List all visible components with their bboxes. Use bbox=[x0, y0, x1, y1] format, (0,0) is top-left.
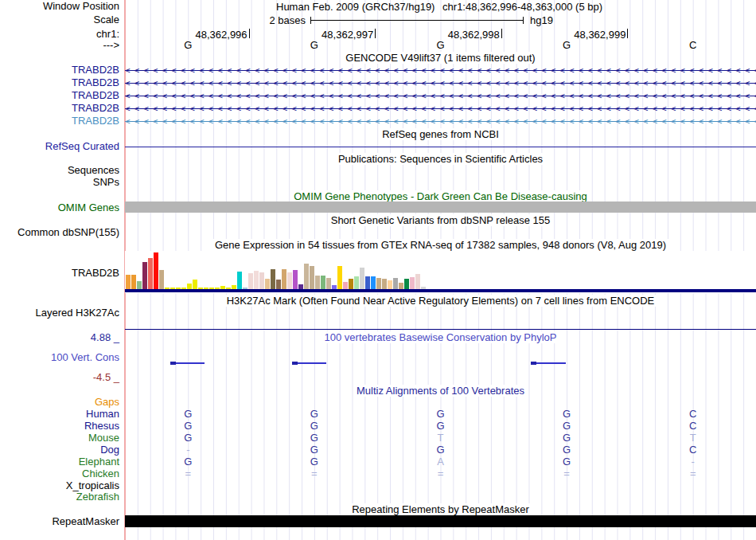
gtex-tissue-bar[interactable] bbox=[376, 278, 381, 289]
publications-track-title[interactable]: Publications: Sequences in Scientific Ar… bbox=[125, 154, 756, 165]
gtex-tissue-bar[interactable] bbox=[343, 282, 348, 289]
layered-h3k27ac-label[interactable]: Layered H3K27Ac bbox=[0, 307, 119, 319]
dbsnp-track-title[interactable]: Short Genetic Variants from dbSNP releas… bbox=[125, 215, 756, 226]
gencode-gene-item[interactable]: <<<<<<<<<<<<<<<<<<<<<<<<<<<<<<<<<<<<<<<<… bbox=[125, 103, 756, 115]
gtex-tissue-bar[interactable] bbox=[126, 275, 131, 289]
gtex-tissue-bar[interactable] bbox=[248, 273, 253, 289]
multiz-species-label[interactable]: Mouse bbox=[0, 432, 119, 444]
repeatmasker-track-title[interactable]: Repeating Elements by RepeatMasker bbox=[125, 504, 756, 515]
gtex-tissue-bar[interactable] bbox=[237, 272, 242, 289]
gtex-tissue-bar[interactable] bbox=[293, 270, 298, 289]
multiz-species-label[interactable]: Elephant bbox=[0, 456, 119, 468]
gtex-tissue-bar[interactable] bbox=[131, 275, 136, 289]
gencode-gene-item[interactable]: <<<<<<<<<<<<<<<<<<<<<<<<<<<<<<<<<<<<<<<<… bbox=[125, 77, 756, 89]
sequences-label[interactable]: Sequences bbox=[0, 165, 119, 176]
multiz-aligned-base: G bbox=[184, 409, 192, 420]
h3k27ac-track-title[interactable]: H3K27Ac Mark (Often Found Near Active Re… bbox=[125, 295, 756, 307]
multiz-aligned-base: = bbox=[563, 468, 570, 479]
gtex-tissue-bar[interactable] bbox=[410, 277, 415, 289]
vert-cons-label[interactable]: 100 Vert. Cons bbox=[0, 352, 119, 363]
gtex-tissue-bar[interactable] bbox=[360, 268, 364, 289]
multiz-aligned-base: C bbox=[689, 421, 696, 432]
gtex-tissue-bar[interactable] bbox=[159, 270, 164, 289]
multiz-track-title[interactable]: Multiz Alignments of 100 Vertebrates bbox=[125, 385, 756, 397]
refseq-curated-label[interactable]: RefSeq Curated bbox=[0, 141, 119, 152]
gtex-tissue-bar[interactable] bbox=[193, 280, 197, 289]
gene-direction-arrows: <<<<<<<<<<<<<<<<<<<<<<<<<<<<<<<<<<<<<<<<… bbox=[125, 103, 756, 115]
gtex-tissue-bar[interactable] bbox=[137, 281, 142, 289]
gtex-tissue-bar[interactable] bbox=[404, 279, 409, 289]
scale-bar-left-tick bbox=[310, 17, 311, 24]
phylop-track-title[interactable]: 100 vertebrates Basewise Conservation by… bbox=[125, 332, 756, 343]
gencode-gene-item[interactable]: <<<<<<<<<<<<<<<<<<<<<<<<<<<<<<<<<<<<<<<<… bbox=[125, 115, 756, 127]
gencode-gene-label[interactable]: TRABD2B bbox=[0, 77, 119, 88]
gtex-tissue-bar[interactable] bbox=[337, 266, 342, 289]
gencode-gene-item[interactable]: <<<<<<<<<<<<<<<<<<<<<<<<<<<<<<<<<<<<<<<<… bbox=[125, 65, 756, 76]
gtex-track-title[interactable]: Gene Expression in 54 tissues from GTEx … bbox=[125, 240, 756, 251]
gencode-gene-label[interactable]: TRABD2B bbox=[0, 90, 119, 101]
gtex-tissue-bar[interactable] bbox=[382, 279, 387, 289]
multiz-species-label[interactable]: Chicken bbox=[0, 468, 119, 479]
gtex-tissue-bar[interactable] bbox=[349, 279, 353, 289]
gtex-tissue-bar[interactable] bbox=[287, 272, 292, 289]
gtex-tissue-bar[interactable] bbox=[187, 284, 192, 289]
omim-genes-label[interactable]: OMIM Genes bbox=[0, 202, 119, 213]
multiz-species-label[interactable]: X_tropicalis bbox=[0, 480, 119, 491]
repeatmasker-bar[interactable] bbox=[125, 515, 756, 527]
multiz-aligned-base: G bbox=[310, 421, 318, 432]
gene-direction-arrows: <<<<<<<<<<<<<<<<<<<<<<<<<<<<<<<<<<<<<<<<… bbox=[125, 77, 756, 89]
gtex-tissue-bar[interactable] bbox=[315, 276, 320, 289]
snps-label[interactable]: SNPs bbox=[0, 177, 119, 188]
gtex-tissue-bar[interactable] bbox=[415, 274, 420, 289]
coordinate-value: 48,362,996 bbox=[152, 29, 247, 41]
chrom-label: chr1: bbox=[0, 29, 119, 40]
omim-gene-bar[interactable] bbox=[125, 202, 756, 213]
multiz-species-label[interactable]: Human bbox=[0, 409, 119, 420]
refseq-track-title[interactable]: RefSeq genes from NCBI bbox=[125, 129, 756, 140]
gtex-tissue-bar[interactable] bbox=[282, 269, 286, 289]
multiz-species-label[interactable]: Rhesus bbox=[0, 421, 119, 432]
phylop-segment[interactable] bbox=[292, 362, 326, 364]
gtex-tissue-bar[interactable] bbox=[154, 252, 158, 289]
multiz-aligned-base: G bbox=[563, 432, 571, 444]
gencode-track-title[interactable]: GENCODE V49lift37 (1 items filtered out) bbox=[125, 53, 756, 64]
refseq-curated-item[interactable] bbox=[125, 147, 756, 147]
multiz-aligned-base: G bbox=[184, 432, 192, 444]
gtex-gene-label[interactable]: TRABD2B bbox=[0, 268, 119, 279]
multiz-species-label[interactable]: Gaps bbox=[0, 397, 119, 408]
gtex-tissue-bar[interactable] bbox=[399, 283, 403, 289]
multiz-aligned-base: = bbox=[438, 468, 444, 479]
gtex-tissue-bar[interactable] bbox=[326, 278, 331, 289]
multiz-species-label[interactable]: Dog bbox=[0, 444, 119, 456]
gtex-tissue-bar[interactable] bbox=[142, 262, 147, 289]
gtex-tissue-bar[interactable] bbox=[265, 279, 270, 289]
repeatmasker-label[interactable]: RepeatMasker bbox=[0, 516, 119, 527]
multiz-species-label[interactable]: Zebrafish bbox=[0, 491, 119, 503]
coordinate-value: 48,362,997 bbox=[278, 29, 373, 41]
gene-direction-arrows: <<<<<<<<<<<<<<<<<<<<<<<<<<<<<<<<<<<<<<<<… bbox=[125, 65, 756, 76]
gtex-tissue-bar[interactable] bbox=[148, 258, 153, 289]
gtex-tissue-bar[interactable] bbox=[388, 280, 392, 289]
phylop-segment[interactable] bbox=[531, 362, 566, 364]
scale-value: 2 bases bbox=[0, 14, 306, 26]
gtex-tissue-bar[interactable] bbox=[276, 280, 281, 289]
gtex-tissue-bar[interactable] bbox=[393, 278, 398, 289]
gtex-tissue-bar[interactable] bbox=[354, 276, 359, 289]
gtex-tissue-bar[interactable] bbox=[365, 276, 370, 289]
gencode-gene-label[interactable]: TRABD2B bbox=[0, 115, 119, 127]
gtex-tissue-bar[interactable] bbox=[371, 276, 376, 289]
phylop-segment[interactable] bbox=[170, 362, 205, 364]
gtex-tissue-bar[interactable] bbox=[271, 269, 275, 289]
omim-track-title[interactable]: OMIM Gene Phenotypes - Dark Green Can Be… bbox=[125, 191, 756, 202]
scale-bar-right-tick bbox=[523, 17, 524, 24]
gencode-gene-item[interactable]: <<<<<<<<<<<<<<<<<<<<<<<<<<<<<<<<<<<<<<<<… bbox=[125, 90, 756, 102]
multiz-aligned-base: = bbox=[185, 468, 192, 479]
gtex-tissue-bar[interactable] bbox=[310, 266, 314, 289]
gencode-gene-label[interactable]: TRABD2B bbox=[0, 103, 119, 114]
gtex-tissue-bar[interactable] bbox=[259, 272, 264, 289]
gtex-tissue-bar[interactable] bbox=[254, 271, 259, 289]
gtex-tissue-bar[interactable] bbox=[321, 276, 325, 289]
gtex-tissue-bar[interactable] bbox=[304, 264, 309, 289]
gencode-gene-label[interactable]: TRABD2B bbox=[0, 65, 119, 76]
common-dbsnp-label[interactable]: Common dbSNP(155) bbox=[0, 227, 119, 238]
